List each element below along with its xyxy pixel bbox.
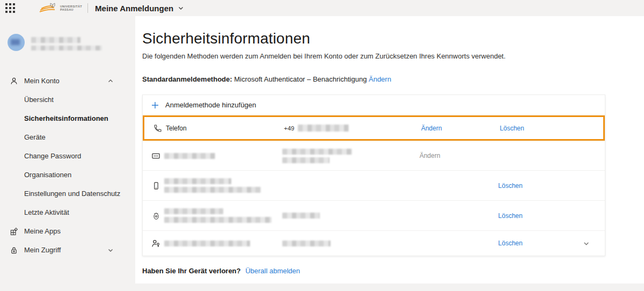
delete-link[interactable]: Löschen bbox=[472, 125, 552, 132]
redacted-method-name bbox=[164, 153, 215, 159]
delete-link[interactable]: Löschen bbox=[470, 239, 551, 247]
method-name bbox=[164, 153, 282, 159]
plus-icon bbox=[151, 101, 159, 109]
logo-line-2: PASSAU bbox=[60, 8, 82, 11]
sidebar-item-label: Sicherheitsinformationen bbox=[24, 114, 108, 122]
smartphone-icon bbox=[151, 181, 160, 190]
add-method-label: Anmeldemethode hinzufügen bbox=[165, 101, 256, 109]
redacted-user-name bbox=[31, 37, 80, 43]
chevron-down-icon bbox=[107, 247, 114, 253]
sidebar-item-mein-konto[interactable]: Mein Konto bbox=[0, 71, 135, 90]
chevron-down-icon bbox=[178, 5, 184, 11]
phone-icon bbox=[153, 123, 162, 133]
topbar: UNIVERSITÄT PASSAU Meine Anmeldungen bbox=[0, 0, 644, 16]
topbar-divider bbox=[87, 3, 88, 13]
chevron-down-icon bbox=[583, 240, 590, 247]
page-subtitle: Die folgenden Methoden werden zum Anmeld… bbox=[142, 52, 605, 60]
sidebar-item-label: Einstellungen und Datenschutz bbox=[24, 190, 120, 198]
redacted-text bbox=[282, 241, 331, 246]
university-passau-logo[interactable]: UNIVERSITÄT PASSAU bbox=[39, 2, 82, 14]
add-method-button[interactable]: Anmeldemethode hinzufügen bbox=[143, 95, 605, 115]
redacted-user-email bbox=[31, 46, 102, 50]
logo-text: UNIVERSITÄT PASSAU bbox=[60, 5, 82, 11]
sidebar-item-letzte-aktivitaet[interactable]: Letzte Aktivität bbox=[0, 203, 135, 222]
main-pane: Sicherheitsinformationen Die folgenden M… bbox=[135, 16, 644, 283]
default-method-line: Standardanmeldemethode: Microsoft Authen… bbox=[142, 75, 605, 83]
default-method-value: Microsoft Authenticator – Benachrichtigu… bbox=[234, 75, 367, 83]
method-row-token: Löschen bbox=[143, 200, 605, 230]
sidebar-item-einstellungen-und-datenschutz[interactable]: Einstellungen und Datenschutz bbox=[0, 184, 135, 203]
password-icon bbox=[151, 151, 160, 161]
expand-row-button[interactable] bbox=[551, 240, 596, 247]
delete-link[interactable]: Löschen bbox=[470, 182, 551, 190]
app-title-dropdown[interactable]: Meine Anmeldungen bbox=[95, 4, 184, 13]
method-value: +49 bbox=[284, 125, 391, 132]
sidebar-item-label: Mein Konto bbox=[24, 77, 60, 85]
default-method-label: Standardanmeldemethode: bbox=[142, 75, 232, 83]
sidebar-item-uebersicht[interactable]: Übersicht bbox=[0, 90, 135, 109]
method-value bbox=[282, 149, 390, 163]
chevron-up-icon bbox=[107, 78, 114, 84]
sign-out-everywhere-link[interactable]: Überall abmelden bbox=[245, 267, 300, 275]
change-link-disabled[interactable]: Ändern bbox=[390, 152, 470, 159]
method-name bbox=[164, 208, 282, 223]
redacted-initials bbox=[11, 39, 20, 45]
sidebar-item-label: Change Password bbox=[24, 152, 81, 160]
sidebar-item-label: Geräte bbox=[24, 133, 46, 141]
app-window: UNIVERSITÄT PASSAU Meine Anmeldungen bbox=[0, 0, 644, 291]
apps-icon bbox=[10, 227, 18, 236]
sidebar-item-label: Letzte Aktivität bbox=[24, 208, 69, 216]
method-name bbox=[164, 241, 282, 246]
phone-country-code: +49 bbox=[284, 125, 295, 132]
method-row-device: Löschen bbox=[143, 170, 605, 200]
sidebar-item-change-password[interactable]: Change Password bbox=[0, 147, 135, 165]
redacted-text bbox=[164, 187, 261, 193]
lost-device-line: Haben Sie Ihr Gerät verloren? Überall ab… bbox=[142, 267, 605, 275]
delete-link[interactable]: Löschen bbox=[470, 212, 551, 220]
redacted-text bbox=[282, 149, 352, 155]
redacted-phone-number bbox=[298, 125, 349, 132]
methods-card: Anmeldemethode hinzufügen Telefon +49 Än… bbox=[142, 94, 605, 256]
sidebar-item-label: Organisationen bbox=[24, 171, 71, 179]
passkey-icon bbox=[151, 239, 160, 248]
security-token-icon bbox=[151, 211, 160, 220]
app-launcher-waffle-icon[interactable] bbox=[5, 3, 15, 13]
lock-icon bbox=[10, 246, 18, 254]
avatar[interactable] bbox=[8, 34, 25, 51]
sidebar-item-mein-zugriff[interactable]: Mein Zugriff bbox=[0, 241, 135, 259]
sidebar-item-organisationen[interactable]: Organisationen bbox=[0, 165, 135, 184]
change-link[interactable]: Ändern bbox=[391, 125, 472, 132]
lost-device-label: Haben Sie Ihr Gerät verloren? bbox=[142, 267, 241, 275]
sidebar-nav: Mein Konto Übersicht Sicherheitsinformat… bbox=[0, 71, 135, 259]
method-name: Telefon bbox=[166, 125, 284, 132]
sidebar-item-sicherheitsinformationen[interactable]: Sicherheitsinformationen bbox=[0, 109, 135, 128]
user-profile bbox=[0, 34, 135, 52]
app-title-label: Meine Anmeldungen bbox=[95, 4, 173, 13]
redacted-method-name bbox=[164, 178, 231, 184]
default-method-change-link[interactable]: Ändern bbox=[369, 75, 391, 83]
redacted-text bbox=[282, 157, 330, 163]
method-row-telefon: Telefon +49 Ändern Löschen bbox=[143, 115, 605, 141]
logo-graphic-icon bbox=[39, 2, 58, 14]
sidebar-item-meine-apps[interactable]: Meine Apps bbox=[0, 222, 135, 241]
user-identity bbox=[31, 34, 102, 50]
sidebar-item-label: Übersicht bbox=[24, 96, 54, 104]
page-title: Sicherheitsinformationen bbox=[142, 30, 605, 47]
sidebar-item-geraete[interactable]: Geräte bbox=[0, 128, 135, 147]
redacted-method-name bbox=[164, 208, 223, 214]
method-row-password: Ändern bbox=[143, 141, 605, 170]
content-area: Mein Konto Übersicht Sicherheitsinformat… bbox=[0, 16, 644, 291]
method-name bbox=[164, 178, 282, 193]
redacted-text bbox=[282, 213, 320, 219]
redacted-method-name bbox=[164, 241, 250, 246]
sidebar-item-label: Mein Zugriff bbox=[24, 246, 61, 254]
sidebar-item-label: Meine Apps bbox=[24, 227, 61, 235]
method-row-passkey: Löschen bbox=[143, 230, 605, 256]
person-icon bbox=[10, 77, 18, 85]
sidebar: Mein Konto Übersicht Sicherheitsinformat… bbox=[0, 16, 135, 291]
redacted-text bbox=[164, 217, 272, 223]
